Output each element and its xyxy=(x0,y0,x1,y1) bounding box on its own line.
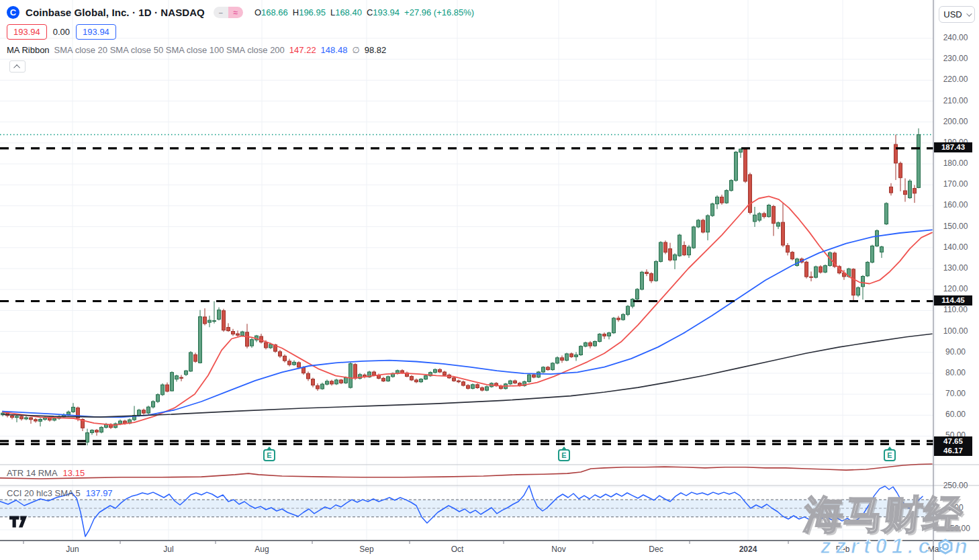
currency-dropdown[interactable]: USD xyxy=(939,6,975,23)
time-axis-label[interactable]: Sep xyxy=(359,545,373,554)
time-axis-label[interactable]: Jul xyxy=(163,545,173,554)
sell-price-box[interactable]: 193.94 xyxy=(7,24,47,40)
adjustment-toggle[interactable]: – ≈ xyxy=(214,7,243,18)
earnings-icon[interactable]: E xyxy=(558,449,570,461)
indicator-params: SMA close 20 SMA close 50 SMA close 100 … xyxy=(54,45,285,55)
price-axis-label[interactable]: 80.00 xyxy=(933,368,978,377)
chevron-down-icon xyxy=(966,11,972,16)
atr-value: 13.15 xyxy=(63,468,85,478)
price-boxes-row: 193.94 0.00 193.94 xyxy=(7,24,116,40)
empty-set-icon: ∅ xyxy=(352,45,359,55)
atr-legend[interactable]: ATR 14 RMA 13.15 xyxy=(7,468,85,478)
time-axis-label[interactable]: Jun xyxy=(66,545,79,554)
price-axis-label[interactable]: 230.00 xyxy=(933,54,978,63)
ohlc-values: O168.66 H196.95 L168.40 C193.94 +27.96 (… xyxy=(254,7,474,17)
sma20-value: 147.22 xyxy=(289,45,316,55)
low-value: 168.40 xyxy=(335,7,362,17)
tradingview-logo-icon[interactable] xyxy=(9,516,30,530)
price-axis-label[interactable]: 200.00 xyxy=(933,117,978,126)
symbol-legend: C Coinbase Global, Inc. · 1D · NASDAQ – … xyxy=(7,6,474,19)
tradingview-chart-window: C Coinbase Global, Inc. · 1D · NASDAQ – … xyxy=(0,0,979,560)
symbol-title[interactable]: Coinbase Global, Inc. · 1D · NASDAQ xyxy=(26,7,205,18)
buy-price-box[interactable]: 193.94 xyxy=(76,24,116,40)
time-axis-label[interactable]: Mar xyxy=(928,545,942,554)
cci-legend[interactable]: CCI 20 hlc3 SMA 5 137.97 xyxy=(7,488,113,498)
level-price-chip[interactable]: 114.45 xyxy=(934,295,972,306)
price-axis-label[interactable]: 240.00 xyxy=(933,33,978,42)
coinbase-logo-icon: C xyxy=(7,6,19,19)
earnings-icon[interactable]: E xyxy=(884,449,896,461)
cci-value: 137.97 xyxy=(86,488,113,498)
time-axis-label[interactable]: Aug xyxy=(254,545,269,554)
time-axis-label[interactable]: 2024 xyxy=(739,545,757,554)
earnings-icon[interactable]: E xyxy=(263,449,275,461)
time-axis-label[interactable]: Dec xyxy=(649,545,663,554)
price-axis-label[interactable]: 170.00 xyxy=(933,179,978,189)
indicator-name[interactable]: MA Ribbon xyxy=(7,45,50,55)
price-axis-label[interactable]: 130.00 xyxy=(933,263,978,273)
price-axis-label[interactable]: 90.00 xyxy=(933,347,978,357)
price-axis-label[interactable]: 180.00 xyxy=(933,158,978,168)
chart-canvas[interactable] xyxy=(0,0,979,560)
cci-axis-label[interactable]: 250.00 xyxy=(933,481,978,490)
level-price-chip[interactable]: 187.43 xyxy=(934,142,972,152)
currency-label: USD xyxy=(943,9,962,19)
change-value: +27.96 (+16.85%) xyxy=(404,7,474,17)
price-axis-label[interactable]: 100.00 xyxy=(933,326,978,336)
close-label: C xyxy=(367,7,373,17)
price-axis-label[interactable]: 150.00 xyxy=(933,222,978,231)
price-axis-label[interactable]: 110.00 xyxy=(933,305,978,314)
price-axis-label[interactable]: 70.00 xyxy=(933,389,978,398)
chevron-up-icon xyxy=(13,64,20,71)
open-label: O xyxy=(254,7,261,17)
price-axis-label[interactable]: 120.00 xyxy=(933,284,978,293)
atr-name[interactable]: ATR 14 RMA xyxy=(7,468,58,478)
cci-axis-label[interactable]: −250.00 xyxy=(933,524,978,533)
collapse-legend-button[interactable] xyxy=(9,60,26,73)
high-value: 196.95 xyxy=(299,7,326,17)
spread-value: 0.00 xyxy=(53,27,70,37)
price-axis-label[interactable]: 210.00 xyxy=(933,96,978,105)
price-axis-label[interactable]: 160.00 xyxy=(933,200,978,209)
wave-icon: ≈ xyxy=(228,7,243,18)
level-price-chip[interactable]: 46.17 xyxy=(934,446,972,456)
dash-icon: – xyxy=(214,7,228,18)
ma-ribbon-legend[interactable]: MA Ribbon SMA close 20 SMA close 50 SMA … xyxy=(7,45,386,55)
sma50-value: 148.48 xyxy=(321,45,348,55)
level-price-chip[interactable]: 47.65 xyxy=(934,436,972,447)
price-axis-label[interactable]: 60.00 xyxy=(933,410,978,419)
time-axis-label[interactable]: Feb xyxy=(836,545,850,554)
high-label: H xyxy=(293,7,299,17)
close-value: 193.94 xyxy=(373,7,400,17)
time-axis-label[interactable]: Nov xyxy=(551,545,565,554)
cci-axis-label[interactable]: 0.00 xyxy=(933,503,978,512)
price-axis-label[interactable]: 220.00 xyxy=(933,75,978,84)
cci-name[interactable]: CCI 20 hlc3 SMA 5 xyxy=(7,488,81,498)
price-axis-label[interactable]: 140.00 xyxy=(933,242,978,252)
time-axis-label[interactable]: Oct xyxy=(451,545,464,554)
sma200-value: 98.82 xyxy=(365,45,387,55)
open-value: 168.66 xyxy=(261,7,288,17)
